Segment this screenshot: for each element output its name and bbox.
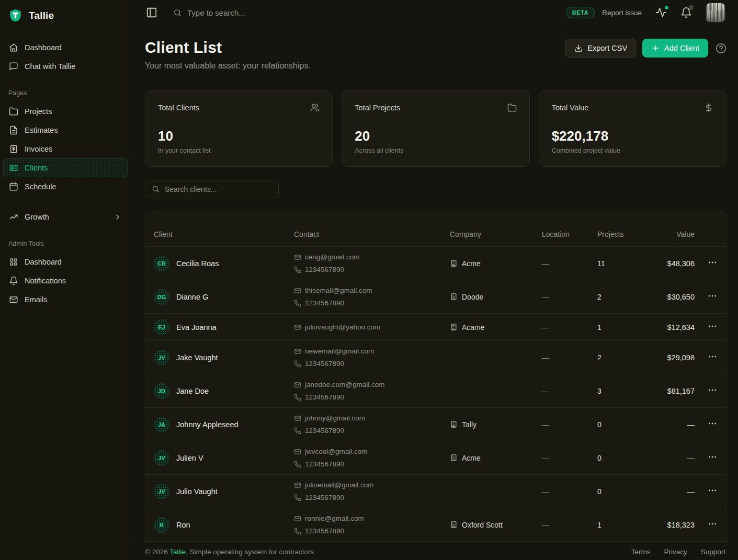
- brand[interactable]: Tallie: [0, 0, 131, 33]
- app-root: Tallie DashboardChat with TalliePagesPro…: [0, 0, 738, 560]
- sidebar-item-dashboard[interactable]: Dashboard: [3, 253, 128, 271]
- client-value: $48,306: [653, 259, 695, 268]
- sidebar: Tallie DashboardChat with TalliePagesPro…: [0, 0, 131, 560]
- table-row[interactable]: EJ Eva Joanna juliovaught@yahoo.com Acam…: [145, 313, 726, 340]
- row-menu-button[interactable]: [707, 485, 718, 496]
- topbar-right: BETA Report issue: [566, 3, 725, 22]
- sidebar-item-clients[interactable]: Clients: [3, 158, 128, 177]
- client-name: Julio Vaught: [176, 487, 218, 496]
- client-location: —: [542, 259, 597, 268]
- header-actions: Export CSV Add Client: [565, 39, 726, 58]
- mail-icon: [294, 254, 301, 261]
- user-avatar-photo[interactable]: [706, 3, 725, 22]
- client-projects: 0: [597, 487, 653, 496]
- sidebar-nav: DashboardChat with TalliePagesProjectsEs…: [0, 33, 131, 314]
- client-value: $30,650: [653, 293, 695, 301]
- client-name: Jake Vaught: [176, 353, 218, 362]
- sidebar-item-estimates[interactable]: Estimates: [3, 121, 128, 140]
- grid-icon: [9, 257, 18, 267]
- client-name: Cecilia Roas: [176, 259, 219, 268]
- table-row[interactable]: JD Jane Doe janedoe.com@gmail.com 123456…: [145, 374, 726, 407]
- row-menu-button[interactable]: [707, 452, 718, 462]
- client-location: —: [542, 420, 597, 429]
- sidebar-item-chat-with-tallie[interactable]: Chat with Tallie: [3, 57, 128, 76]
- footer-link-privacy[interactable]: Privacy: [664, 548, 687, 556]
- file-text-icon: [9, 125, 18, 135]
- client-email: newemail@gmail.com: [305, 346, 374, 356]
- sidebar-item-emails[interactable]: Emails: [3, 290, 128, 309]
- sidebar-item-growth[interactable]: Growth: [3, 208, 128, 226]
- panel-left-icon[interactable]: [146, 7, 157, 18]
- sidebar-item-projects[interactable]: Projects: [3, 102, 128, 121]
- calendar-icon: [9, 182, 18, 191]
- client-search-input[interactable]: [165, 185, 272, 193]
- client-location: —: [542, 454, 597, 462]
- export-csv-button[interactable]: Export CSV: [565, 39, 636, 58]
- footer-links: TermsPrivacySupport: [631, 548, 725, 556]
- client-phone: 1234567890: [305, 426, 344, 436]
- status-online-dot: [665, 6, 668, 9]
- client-projects: 2: [597, 353, 653, 362]
- table-row[interactable]: JA Johnny Appleseed johnny@gmail.com 123…: [145, 407, 726, 441]
- table-row[interactable]: R Ron ronnie@gmail.com 1234567890 Oxford…: [145, 508, 726, 541]
- row-menu-button[interactable]: [707, 519, 718, 529]
- home-icon: [9, 43, 18, 52]
- search-icon: [173, 8, 182, 17]
- client-avatar: CR: [154, 256, 169, 271]
- plus-icon: [651, 44, 660, 52]
- global-search-input[interactable]: [187, 8, 355, 17]
- row-menu-button[interactable]: [707, 351, 718, 362]
- page-content: Client List Your most valuable asset: yo…: [131, 25, 738, 543]
- chat-icon: [9, 62, 18, 71]
- row-menu-button[interactable]: [707, 321, 718, 332]
- company-name: Tally: [462, 420, 476, 429]
- col-contact: Contact: [294, 230, 450, 238]
- client-name: Ron: [176, 521, 190, 529]
- footer-link-terms[interactable]: Terms: [631, 548, 651, 556]
- sidebar-item-notifications[interactable]: Notifications: [3, 271, 128, 290]
- client-location: —: [542, 487, 597, 496]
- client-name: Dianne G: [176, 293, 208, 301]
- building-icon: [450, 323, 458, 331]
- row-menu-button[interactable]: [707, 257, 718, 268]
- footer-link-support[interactable]: Support: [701, 548, 725, 556]
- client-location: —: [542, 323, 597, 332]
- client-avatar: JD: [154, 383, 169, 399]
- phone-icon: [294, 394, 301, 401]
- client-avatar: JV: [154, 350, 169, 365]
- building-icon: [450, 521, 458, 529]
- row-menu-button[interactable]: [707, 385, 718, 395]
- sidebar-item-invoices[interactable]: Invoices: [3, 140, 128, 158]
- id-card-icon: [9, 163, 18, 173]
- sidebar-item-dashboard[interactable]: Dashboard: [3, 38, 128, 57]
- client-email: janedoe.com@gmail.com: [305, 380, 385, 390]
- row-menu-button[interactable]: [707, 291, 718, 301]
- building-icon: [450, 293, 458, 301]
- table-row[interactable]: JV Julien V jwvcool@gmail.com 1234567890…: [145, 441, 726, 474]
- client-name: Eva Joanna: [176, 323, 217, 332]
- row-menu-button[interactable]: [707, 418, 718, 429]
- phone-icon: [294, 300, 301, 307]
- client-value: —: [653, 420, 695, 429]
- stat-card: Total Projects 20 Across all clients: [342, 90, 529, 167]
- help-icon[interactable]: [716, 43, 726, 54]
- tallie-shield-icon: [8, 8, 22, 22]
- report-issue-button[interactable]: Report issue: [602, 9, 642, 17]
- stat-caption: Combined project value: [552, 147, 713, 154]
- phone-icon: [294, 528, 301, 535]
- add-client-button[interactable]: Add Client: [642, 39, 708, 58]
- stat-card: Total Value $220,178 Combined project va…: [539, 90, 726, 167]
- sidebar-item-schedule[interactable]: Schedule: [3, 177, 128, 196]
- notifications-button[interactable]: [680, 7, 692, 18]
- table-row[interactable]: JV Jake Vaught newemail@gmail.com 123456…: [145, 340, 726, 374]
- table-row[interactable]: CR Cecilia Roas ceng@gmail.com 123456789…: [145, 246, 726, 280]
- table-row[interactable]: JV Julio Vaught julioemail@gmail.com 123…: [145, 474, 726, 508]
- sidebar-item-label: Chat with Tallie: [25, 62, 75, 71]
- table-row[interactable]: DG Dianne G thisemail@gmail.com 12345678…: [145, 280, 726, 313]
- footer-brand-link[interactable]: Tallie: [169, 548, 186, 556]
- client-projects: 1: [597, 521, 653, 529]
- client-projects: 0: [597, 420, 653, 429]
- client-name: Jane Doe: [176, 387, 209, 395]
- sidebar-item-label: Growth: [25, 213, 49, 221]
- activity-status-button[interactable]: [655, 7, 667, 18]
